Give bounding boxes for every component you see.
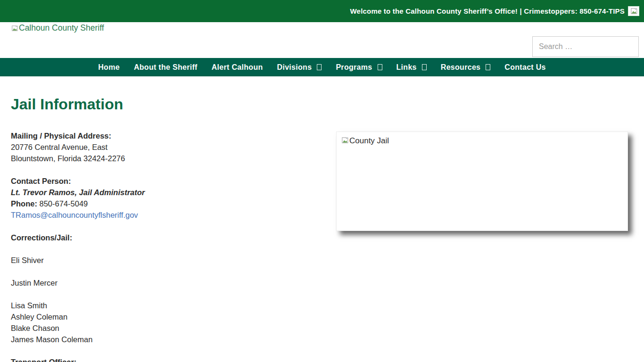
staff-name: Lisa Smith [11,301,47,310]
corrections-label-block: Corrections/Jail: [11,232,313,243]
staff-name: Ashley Coleman [11,313,67,321]
dropdown-indicator-icon [422,64,427,70]
contact-name-title: Lt. Trevor Ramos, Jail Administrator [11,188,145,197]
staff-name: Eli Shiver [11,255,313,266]
main-content: Jail Information Mailing / Physical Addr… [0,76,644,362]
address-block: Mailing / Physical Address: 20776 Centra… [11,130,313,164]
county-jail-image-placeholder: County Jail [336,132,628,231]
address-line-1: 20776 Central Avenue, East [11,143,107,151]
phone-number: 850-674-5049 [37,199,88,208]
announcement-bar: Welcome to the Calhoun County Sheriff’s … [0,0,644,22]
corrections-label: Corrections/Jail: [11,233,72,242]
nav-item-resources[interactable]: Resources [434,58,498,76]
broken-image-icon [11,25,18,32]
nav-item-contact-us[interactable]: Contact Us [497,58,553,76]
welcome-message: Welcome to the Calhoun County Sheriff’s … [350,7,625,15]
address-line-2: Blountstown, Florida 32424-2276 [11,154,125,163]
dropdown-indicator-icon [486,64,490,70]
staff-group-block: Lisa Smith Ashley Coleman Blake Chason J… [11,300,313,345]
phone-label: Phone: [11,199,37,208]
site-header: Calhoun County Sheriff [0,22,644,58]
county-jail-alt-text: County Jail [349,136,389,146]
nav-item-links[interactable]: Links [389,58,434,76]
broken-image-icon [628,6,639,16]
dropdown-indicator-icon [317,64,322,70]
address-label: Mailing / Physical Address: [11,132,111,140]
contact-block: Contact Person: Lt. Trevor Ramos, Jail A… [11,175,313,221]
nav-item-alert-calhoun[interactable]: Alert Calhoun [205,58,270,76]
staff-name: Justin Mercer [11,277,313,288]
site-logo-link[interactable]: Calhoun County Sheriff [11,23,104,33]
staff-name: Blake Chason [11,324,59,332]
site-logo-alt-text: Calhoun County Sheriff [19,23,104,33]
staff-name: James Mason Coleman [11,335,92,344]
nav-item-home[interactable]: Home [91,58,127,76]
nav-item-divisions[interactable]: Divisions [270,58,329,76]
transport-officer-label: Transport Officer: [11,358,76,362]
nav-item-about-the-sheriff[interactable]: About the Sheriff [127,58,205,76]
email-link[interactable]: TRamos@calhouncountyflsheriff.gov [11,211,138,219]
nav-item-programs[interactable]: Programs [329,58,389,76]
transport-officer-block: Transport Officer: [11,356,313,362]
page-title: Jail Information [11,76,644,113]
contact-label: Contact Person: [11,177,71,185]
search-input[interactable] [532,36,639,57]
dropdown-indicator-icon [378,64,382,70]
main-navigation: Home About the Sheriff Alert Calhoun Div… [0,58,644,76]
broken-image-icon [341,136,349,144]
